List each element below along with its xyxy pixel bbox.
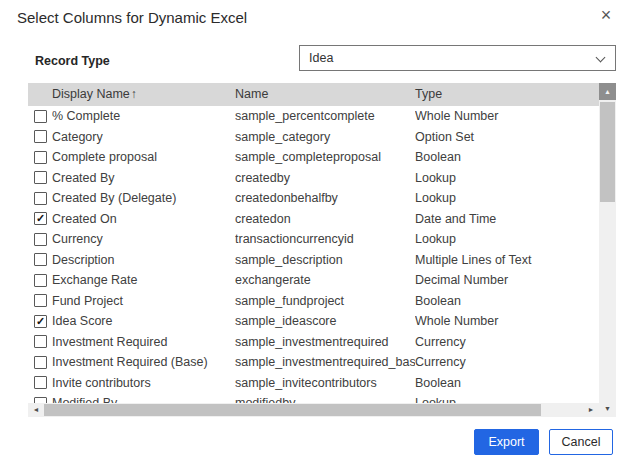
- table-row[interactable]: ✓ Created On createdon Date and Time: [28, 209, 599, 230]
- display-name-cell: Investment Required (Base): [52, 355, 235, 369]
- name-cell: sample_category: [235, 130, 415, 144]
- header-type[interactable]: Type: [415, 83, 599, 106]
- row-checkbox[interactable]: [34, 356, 47, 369]
- header-name[interactable]: Name: [235, 83, 415, 106]
- table-row[interactable]: Exchange Rate exchangerate Decimal Numbe…: [28, 270, 599, 291]
- row-checkbox[interactable]: [34, 192, 47, 205]
- name-cell: createdonbehalfby: [235, 191, 415, 205]
- name-cell: sample_invitecontributors: [235, 376, 415, 390]
- row-checkbox[interactable]: ✓: [34, 315, 47, 328]
- row-checkbox[interactable]: [34, 376, 47, 389]
- name-cell: modifiedby: [235, 396, 415, 403]
- row-checkbox[interactable]: [34, 130, 47, 143]
- scroll-left-icon[interactable]: ◄: [28, 403, 44, 417]
- type-cell: Currency: [415, 335, 599, 349]
- checkbox-cell: ✓: [28, 212, 52, 225]
- row-checkbox[interactable]: [34, 171, 47, 184]
- display-name-cell: Complete proposal: [52, 150, 235, 164]
- checkbox-cell: [28, 192, 52, 205]
- name-cell: transactioncurrencyid: [235, 232, 415, 246]
- export-button[interactable]: Export: [474, 429, 539, 455]
- display-name-cell: Invite contributors: [52, 376, 235, 390]
- name-cell: sample_ideascore: [235, 314, 415, 328]
- header-display-name[interactable]: Display Name↑: [52, 83, 235, 106]
- sort-ascending-icon: ↑: [131, 87, 137, 101]
- row-checkbox[interactable]: [34, 335, 47, 348]
- checkbox-cell: [28, 130, 52, 143]
- display-name-cell: Currency: [52, 232, 235, 246]
- table-row[interactable]: Category sample_category Option Set: [28, 127, 599, 148]
- name-cell: sample_completeproposal: [235, 150, 415, 164]
- vertical-scrollbar-thumb[interactable]: [600, 102, 615, 202]
- display-name-cell: Category: [52, 130, 235, 144]
- scroll-right-icon[interactable]: ►: [583, 403, 599, 417]
- type-cell: Multiple Lines of Text: [415, 253, 599, 267]
- table-row[interactable]: Description sample_description Multiple …: [28, 250, 599, 271]
- name-cell: sample_description: [235, 253, 415, 267]
- type-cell: Boolean: [415, 294, 599, 308]
- table-row[interactable]: Complete proposal sample_completeproposa…: [28, 147, 599, 168]
- vertical-scrollbar[interactable]: ▲ ▼: [599, 83, 616, 417]
- scroll-down-icon[interactable]: ▼: [599, 401, 616, 417]
- display-name-cell: Created On: [52, 212, 235, 226]
- record-type-selected-value: Idea: [309, 51, 333, 65]
- type-cell: Lookup: [415, 191, 599, 205]
- row-checkbox[interactable]: [34, 294, 47, 307]
- checkbox-cell: [28, 356, 52, 369]
- checkbox-cell: [28, 151, 52, 164]
- display-name-cell: Created By (Delegate): [52, 191, 235, 205]
- cancel-button[interactable]: Cancel: [549, 429, 613, 455]
- record-type-select[interactable]: Idea: [299, 45, 616, 71]
- checkbox-cell: [28, 233, 52, 246]
- checkbox-cell: [28, 253, 52, 266]
- display-name-cell: % Complete: [52, 109, 235, 123]
- checkbox-cell: [28, 335, 52, 348]
- display-name-cell: Idea Score: [52, 314, 235, 328]
- table-row[interactable]: Investment Required (Base) sample_invest…: [28, 352, 599, 373]
- close-icon[interactable]: ×: [595, 4, 617, 26]
- type-cell: Lookup: [415, 171, 599, 185]
- row-checkbox[interactable]: [34, 110, 47, 123]
- select-columns-dialog: Select Columns for Dynamic Excel × Recor…: [0, 0, 629, 466]
- display-name-cell: Description: [52, 253, 235, 267]
- table-row[interactable]: % Complete sample_percentcomplete Whole …: [28, 106, 599, 127]
- horizontal-scrollbar-thumb[interactable]: [44, 404, 541, 416]
- type-cell: Option Set: [415, 130, 599, 144]
- type-cell: Boolean: [415, 376, 599, 390]
- checkbox-cell: [28, 376, 52, 389]
- type-cell: Boolean: [415, 150, 599, 164]
- row-checkbox[interactable]: [34, 253, 47, 266]
- display-name-cell: Investment Required: [52, 335, 235, 349]
- display-name-cell: Modified By: [52, 396, 235, 403]
- type-cell: Decimal Number: [415, 273, 599, 287]
- name-cell: createdon: [235, 212, 415, 226]
- scroll-up-icon[interactable]: ▲: [599, 83, 616, 100]
- table-row[interactable]: ✓ Idea Score sample_ideascore Whole Numb…: [28, 311, 599, 332]
- name-cell: createdby: [235, 171, 415, 185]
- checkbox-cell: [28, 171, 52, 184]
- record-type-label: Record Type: [35, 54, 110, 68]
- checkbox-cell: [28, 274, 52, 287]
- type-cell: Lookup: [415, 396, 599, 403]
- type-cell: Whole Number: [415, 109, 599, 123]
- chevron-down-icon: [596, 53, 606, 63]
- table-row[interactable]: Fund Project sample_fundproject Boolean: [28, 291, 599, 312]
- row-checkbox[interactable]: ✓: [34, 212, 47, 225]
- name-cell: sample_investmentrequired: [235, 335, 415, 349]
- type-cell: Currency: [415, 355, 599, 369]
- table-row[interactable]: Currency transactioncurrencyid Lookup: [28, 229, 599, 250]
- display-name-cell: Created By: [52, 171, 235, 185]
- table-row[interactable]: Modified By modifiedby Lookup: [28, 393, 599, 403]
- table-row[interactable]: Created By createdby Lookup: [28, 168, 599, 189]
- table-row[interactable]: Created By (Delegate) createdonbehalfby …: [28, 188, 599, 209]
- row-checkbox[interactable]: [34, 274, 47, 287]
- row-checkbox[interactable]: [34, 233, 47, 246]
- table-row[interactable]: Investment Required sample_investmentreq…: [28, 332, 599, 353]
- table-row[interactable]: Invite contributors sample_invitecontrib…: [28, 373, 599, 394]
- checkbox-cell: [28, 294, 52, 307]
- type-cell: Lookup: [415, 232, 599, 246]
- row-checkbox[interactable]: [34, 151, 47, 164]
- name-cell: sample_percentcomplete: [235, 109, 415, 123]
- horizontal-scrollbar[interactable]: ◄ ►: [28, 403, 599, 417]
- columns-table: Display Name↑ Name Type % Complete sampl…: [28, 83, 616, 417]
